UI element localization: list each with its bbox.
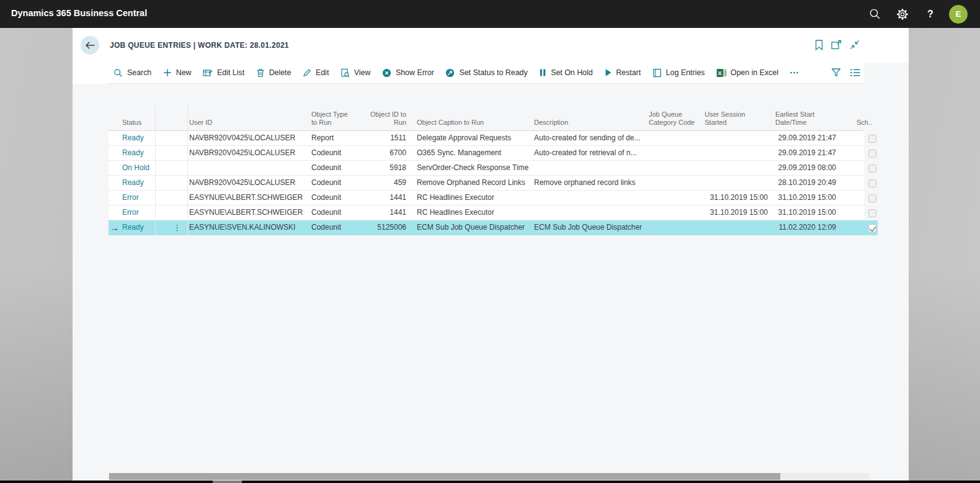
table-row[interactable]: ReadyNAVBR920V0425\LOCALUSERCodeunit459R… [109,176,878,191]
earliest-start-cell: 31.10.2019 15:00 [768,205,845,220]
user-session-cell: 31.10.2019 15:00 [698,205,768,220]
scheduled-checkbox[interactable] [868,209,876,217]
toolbar-label: New [176,68,192,77]
column-header[interactable] [109,104,120,131]
user-id-cell: EASYNUE\ALBERT.SCHWEIGER [187,191,307,205]
scheduled-checkbox[interactable] [868,224,876,232]
toolbar-show-error[interactable]: Show Error [382,68,434,78]
column-header[interactable]: User Session Started [698,104,768,131]
scheduled-cell [864,146,878,161]
toolbar--[interactable] [790,68,799,77]
toolbar-log-entries[interactable]: Log Entries [653,68,705,78]
column-header[interactable]: Sch.. [845,104,864,131]
status-cell[interactable]: Error [120,191,155,205]
toolbar-search[interactable]: Search [114,68,151,78]
status-cell[interactable]: Ready [120,220,155,235]
scheduled-checkbox[interactable] [868,194,876,202]
object-caption-cell: RC Headlines Executor [410,205,527,220]
toolbar-set-on-hold[interactable]: Set On Hold [539,68,593,77]
column-header[interactable]: Object Type to Run [307,104,367,131]
toolbar-label: Restart [616,68,641,77]
scheduled-checkbox[interactable] [868,165,876,173]
log-entries-icon [653,68,662,78]
column-header[interactable]: Object ID to Run [367,104,410,131]
bookmark-icon[interactable] [815,40,823,53]
row-menu-cell[interactable] [155,161,187,176]
user-session-cell [698,161,768,176]
column-header[interactable]: Status [120,104,187,131]
row-selector [109,205,120,220]
table-row[interactable]: ErrorEASYNUE\ALBERT.SCHWEIGERCodeunit144… [109,191,878,205]
earliest-start-cell: 31.10.2019 15:00 [768,191,845,205]
play-icon [604,68,612,77]
column-header[interactable]: User ID [187,104,307,131]
object-id-cell: 459 [367,176,410,191]
row-menu-cell[interactable] [155,176,187,191]
search-icon[interactable] [867,0,882,28]
object-type-cell: Report [307,131,367,146]
row-menu-cell[interactable] [155,131,187,146]
description-cell: Auto-created for sending of de... [527,131,642,146]
status-cell[interactable]: On Hold [120,161,155,176]
toolbar-view[interactable]: View [341,68,371,78]
toolbar-open-in-excel[interactable]: XOpen in Excel [716,68,778,78]
avatar[interactable]: E [949,0,968,28]
row-end-spacer [845,146,864,161]
row-menu-cell[interactable]: ⋮ [155,220,187,235]
row-menu-cell[interactable] [155,146,187,161]
filter-icon[interactable] [831,68,841,78]
open-in-window-icon[interactable] [831,40,842,53]
column-header[interactable]: Description [527,104,642,131]
set-status-ready-icon [445,68,455,78]
scheduled-checkbox[interactable] [868,179,876,187]
search-icon [114,68,123,78]
status-cell[interactable]: Ready [120,131,155,146]
table-row[interactable]: →Ready⋮EASYNUE\SVEN.KALINOWSKICodeunit51… [109,220,878,235]
user-id-cell: NAVBR920V0425\LOCALUSER [187,146,307,161]
earliest-start-cell: 29.09.2019 08:00 [768,161,845,176]
scheduled-checkbox[interactable] [868,135,876,143]
edit-list-icon [203,68,213,78]
back-button[interactable] [81,36,99,55]
column-header[interactable]: Earliest Start Date/Time [768,104,845,131]
row-menu-cell[interactable] [155,191,187,205]
status-cell[interactable]: Error [120,205,155,220]
row-end-spacer [845,131,864,146]
help-icon[interactable]: ? [924,0,937,28]
row-selector: → [109,220,120,235]
app-title[interactable]: Dynamics 365 Business Central [11,8,147,18]
toolbar-edit[interactable]: Edit [303,68,329,77]
table-row[interactable]: On HoldCodeunit5918ServOrder-Check Respo… [109,161,878,176]
object-type-cell: Codeunit [307,176,367,191]
pause-icon [539,68,546,77]
window-bottom-edge [0,481,980,483]
toolbar-edit-list[interactable]: Edit List [203,68,244,78]
table-row[interactable]: ErrorEASYNUE\ALBERT.SCHWEIGERCodeunit144… [109,205,878,220]
toolbar-delete[interactable]: Delete [256,68,292,78]
table-body: ReadyNAVBR920V0425\LOCALUSERReport1511De… [109,131,875,235]
view-options-icon[interactable] [850,68,860,77]
collapse-icon[interactable] [850,40,860,53]
toolbar-label: Log Entries [666,68,705,77]
table-row[interactable]: ReadyNAVBR920V0425\LOCALUSERCodeunit6700… [109,146,878,161]
table-row[interactable]: ReadyNAVBR920V0425\LOCALUSERReport1511De… [109,131,878,146]
scheduled-checkbox[interactable] [868,150,876,158]
toolbar-set-status-to-ready[interactable]: Set Status to Ready [445,68,527,78]
toolbar-label: Show Error [396,68,434,77]
top-navigation-bar: Dynamics 365 Business Central ? E [0,0,980,28]
column-header[interactable]: Job Queue Category Code [642,104,698,131]
object-type-cell: Codeunit [307,146,367,161]
job-queue-category-cell [642,161,698,176]
scrollbar-thumb[interactable] [109,473,780,480]
row-end-spacer [845,161,864,176]
horizontal-scrollbar[interactable] [109,473,870,480]
scheduled-cell [864,176,878,191]
settings-gear-icon[interactable] [894,0,911,28]
row-menu-cell[interactable] [155,205,187,220]
object-id-cell: 6700 [367,146,410,161]
status-cell[interactable]: Ready [120,176,155,191]
toolbar-restart[interactable]: Restart [604,68,641,77]
toolbar-new[interactable]: New [163,68,192,77]
status-cell[interactable]: Ready [120,146,155,161]
column-header[interactable]: Object Caption to Run [410,104,527,131]
